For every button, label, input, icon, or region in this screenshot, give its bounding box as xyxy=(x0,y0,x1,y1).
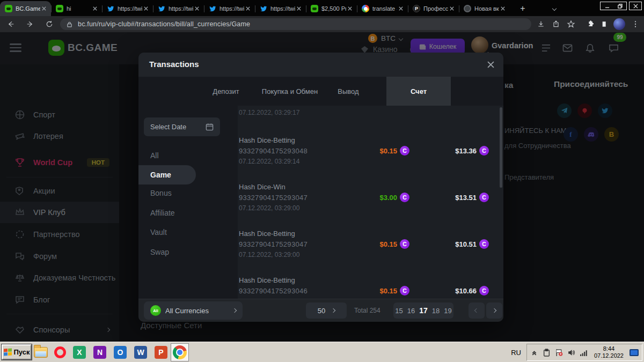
tab-bill[interactable]: Счет xyxy=(386,77,451,106)
tab-close-icon[interactable] xyxy=(499,5,507,12)
window-min-restore-controls[interactable] xyxy=(600,2,627,10)
filter-swap[interactable]: Swap xyxy=(138,243,203,261)
tab-close-icon[interactable] xyxy=(142,5,150,12)
opera-icon[interactable] xyxy=(53,345,68,360)
tab-withdraw[interactable]: Вывод xyxy=(338,77,358,106)
browser-tab[interactable]: Новая вк xyxy=(459,1,510,16)
page-number[interactable]: 18 xyxy=(432,307,440,315)
tab-label: https://twi xyxy=(118,5,142,12)
side-panel-icon[interactable] xyxy=(600,19,611,29)
window-close-button[interactable] xyxy=(629,2,642,10)
screen: BC.Game hi https://twi https://twi https… xyxy=(0,0,644,362)
tab-close-icon[interactable] xyxy=(244,5,252,12)
tab-close-icon[interactable] xyxy=(397,5,405,12)
sidebar-item-provably-fair[interactable]: Доказуемая Честность xyxy=(0,267,119,289)
volume-icon[interactable] xyxy=(567,348,576,357)
filter-bonus[interactable]: Bonus xyxy=(138,184,203,202)
browser-tab[interactable]: https://twi xyxy=(255,1,306,16)
facebook-icon[interactable]: f xyxy=(564,127,578,142)
word-icon[interactable]: W xyxy=(133,345,148,360)
browser-tab[interactable]: $2,500 Pre xyxy=(306,1,357,16)
browser-tab[interactable]: https://twi xyxy=(153,1,204,16)
tab-close-icon[interactable] xyxy=(193,5,201,12)
new-tab-button[interactable]: + xyxy=(516,2,529,15)
sidebar-item-lottery[interactable]: Лотерея xyxy=(0,125,119,147)
sidebar-item-affiliate[interactable]: Партнерство xyxy=(0,224,119,245)
sidebar-item-promotions[interactable]: Акции xyxy=(0,180,119,202)
start-button[interactable]: Пуск xyxy=(2,344,32,360)
back-icon[interactable] xyxy=(5,19,16,29)
url-field[interactable]: bc.fun/ru/vip-club#/transactions/bill/al… xyxy=(60,18,531,30)
page-number[interactable]: 19 xyxy=(444,307,451,315)
share-icon[interactable] xyxy=(551,19,561,29)
tray-clock[interactable]: 8:44 07.12.2022 xyxy=(594,345,624,359)
chrome-taskbar-button[interactable] xyxy=(171,343,189,361)
profile-avatar[interactable] xyxy=(613,18,625,30)
page-number[interactable]: 16 xyxy=(407,307,415,315)
forward-icon[interactable] xyxy=(25,19,35,29)
page-number-active[interactable]: 17 xyxy=(419,306,428,315)
discord-icon[interactable] xyxy=(584,127,598,142)
filter-game[interactable]: Game xyxy=(138,165,196,184)
select-date-button[interactable]: Select Date xyxy=(144,117,220,136)
browser-menu-dots-icon[interactable] xyxy=(630,19,641,29)
modal-close-button[interactable] xyxy=(485,59,496,70)
browser-tab[interactable]: hi xyxy=(51,1,102,16)
minimize-icon xyxy=(605,4,610,9)
browser-tab[interactable]: https://twi xyxy=(102,1,153,16)
language-indicator[interactable]: RU xyxy=(511,349,521,357)
download-icon[interactable] xyxy=(536,19,546,29)
tab-label: https://twi xyxy=(169,5,193,12)
tab-deposit[interactable]: Депозит xyxy=(213,77,239,106)
network-signal-icon[interactable] xyxy=(580,348,588,357)
sidebar-item-sponsors[interactable]: Спонсоры xyxy=(0,319,119,341)
tab-close-icon[interactable] xyxy=(40,5,48,12)
sidebar-toggle-icon[interactable] xyxy=(10,43,21,52)
bcgame-logo-text[interactable]: BC.GAME xyxy=(68,42,118,54)
extensions-puzzle-icon[interactable] xyxy=(585,19,596,29)
tab-label: https://twi xyxy=(270,5,295,12)
sidebar-item-vip-club[interactable]: VIP Клуб xyxy=(0,202,119,223)
twitter-icon[interactable] xyxy=(598,104,612,118)
action-center-flag-icon[interactable] xyxy=(555,348,564,357)
all-currencies-button[interactable]: All All Currencies xyxy=(144,301,243,320)
onenote-icon[interactable]: N xyxy=(92,345,107,360)
tab-close-icon[interactable] xyxy=(448,5,456,12)
browser-tab[interactable]: https://twi xyxy=(204,1,255,16)
reload-icon[interactable] xyxy=(44,19,55,29)
bitcointalk-icon[interactable]: B xyxy=(604,127,619,142)
tab-list-chevron-icon[interactable] xyxy=(548,3,560,14)
page-size-selector[interactable]: 50 xyxy=(306,302,347,319)
prev-page-button[interactable] xyxy=(469,302,485,319)
social-icon[interactable] xyxy=(577,104,592,118)
next-page-button[interactable] xyxy=(486,302,502,319)
file-explorer-icon[interactable] xyxy=(33,345,48,360)
outlook-icon[interactable]: O xyxy=(113,345,128,360)
tab-close-icon[interactable] xyxy=(346,5,354,12)
page-number[interactable]: 15 xyxy=(395,307,402,315)
filter-affiliate[interactable]: Affiliate xyxy=(138,204,203,222)
powerpoint-icon[interactable]: P xyxy=(153,345,169,360)
clipboard-tray-icon[interactable] xyxy=(543,348,551,357)
list-scrollbar[interactable] xyxy=(500,107,502,188)
currency-selector[interactable]: B BTC xyxy=(368,34,402,43)
excel-icon[interactable]: X xyxy=(72,345,87,360)
browser-tab[interactable]: translate - xyxy=(357,1,408,16)
bookmark-star-icon[interactable] xyxy=(566,19,576,29)
sidebar-item-blog[interactable]: Блог xyxy=(0,289,119,311)
tab-buy-swap[interactable]: Покупка и Обмен xyxy=(262,77,318,106)
browser-tab[interactable]: P Професси xyxy=(408,1,459,16)
browser-tab[interactable]: BC.Game xyxy=(0,1,51,16)
tab-close-icon[interactable] xyxy=(91,5,99,12)
tray-expand-icon[interactable] xyxy=(530,348,539,357)
filter-vault[interactable]: Vault xyxy=(138,223,203,241)
telegram-icon[interactable] xyxy=(557,104,572,118)
sidebar-item-sport[interactable]: Спорт xyxy=(0,104,119,125)
tab-close-icon[interactable] xyxy=(295,5,303,12)
transaction-balance: $13.36 xyxy=(455,147,477,155)
bcgame-logo-icon[interactable] xyxy=(48,40,64,56)
filter-all[interactable]: All xyxy=(138,146,203,165)
display-tray-icon[interactable] xyxy=(630,349,639,356)
sidebar-item-world-cup[interactable]: World Cup HOT xyxy=(0,152,119,173)
sidebar-item-forum[interactable]: Форум xyxy=(0,246,119,267)
